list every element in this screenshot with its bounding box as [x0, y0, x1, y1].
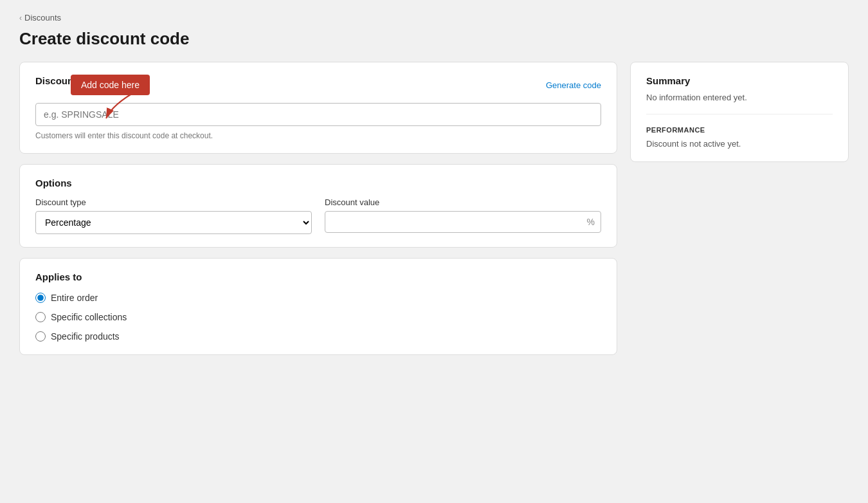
performance-title: PERFORMANCE	[646, 126, 833, 134]
radio-specific-products[interactable]: Specific products	[35, 331, 601, 342]
discount-type-label: Discount type	[35, 197, 312, 207]
summary-card: Summary No information entered yet. PERF…	[630, 62, 849, 162]
discount-type-group: Discount type Percentage Fixed amount Fr…	[35, 197, 312, 234]
applies-to-card: Applies to Entire order Specific collect…	[19, 258, 617, 355]
breadcrumb-discounts-link[interactable]: Discounts	[24, 13, 61, 23]
radio-specific-products-label: Specific products	[51, 331, 120, 342]
discount-value-input[interactable]	[325, 211, 601, 233]
options-title: Options	[35, 178, 601, 188]
radio-specific-collections-input[interactable]	[35, 312, 46, 322]
page-title: Create discount code	[19, 29, 849, 49]
right-column: Summary No information entered yet. PERF…	[630, 62, 849, 162]
radio-entire-order[interactable]: Entire order	[35, 293, 601, 303]
discount-value-group: Discount value %	[325, 197, 601, 234]
performance-text: Discount is not active yet.	[646, 139, 833, 149]
discount-type-select[interactable]: Percentage Fixed amount Free shipping Bu…	[35, 211, 312, 234]
summary-no-info: No information entered yet.	[646, 93, 833, 114]
left-column: Discount code Generate code Add code her…	[19, 62, 617, 355]
back-chevron-icon: ‹	[19, 14, 22, 23]
radio-specific-collections-label: Specific collections	[51, 312, 127, 322]
callout-box: Add code here	[71, 75, 150, 95]
applies-to-title: Applies to	[35, 271, 601, 282]
radio-specific-products-input[interactable]	[35, 331, 46, 342]
applies-to-radio-group: Entire order Specific collections Specif…	[35, 293, 601, 342]
options-card: Options Discount type Percentage Fixed a…	[19, 164, 617, 248]
radio-specific-collections[interactable]: Specific collections	[35, 312, 601, 322]
discount-value-label: Discount value	[325, 197, 601, 207]
breadcrumb: ‹ Discounts	[19, 13, 849, 23]
radio-entire-order-input[interactable]	[35, 293, 46, 303]
discount-code-card: Discount code Generate code Add code her…	[19, 62, 617, 154]
discount-code-input[interactable]	[35, 103, 601, 126]
discount-code-hint: Customers will enter this discount code …	[35, 131, 601, 140]
generate-code-link[interactable]: Generate code	[546, 80, 601, 90]
summary-title: Summary	[646, 75, 833, 86]
radio-entire-order-label: Entire order	[51, 293, 98, 303]
